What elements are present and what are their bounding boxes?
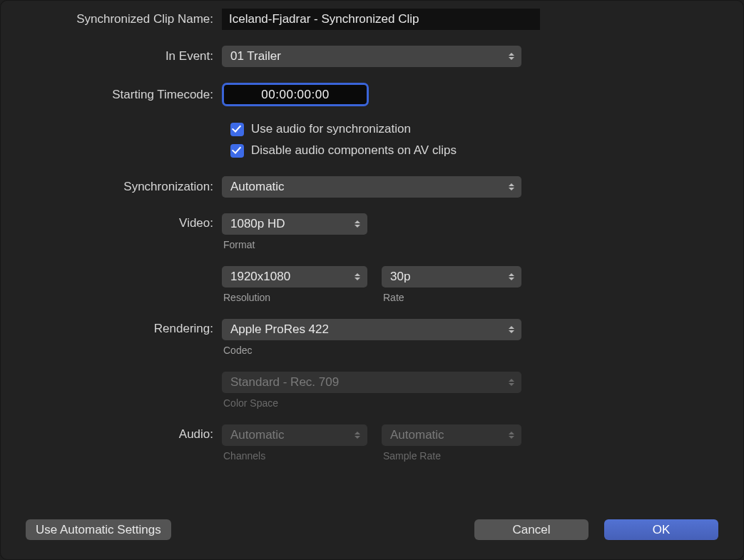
audio-samplerate-sublabel: Sample Rate (383, 450, 521, 462)
colorspace-value: Standard - Rec. 709 (230, 375, 339, 390)
codec-sublabel: Codec (223, 345, 521, 356)
video-label: Video: (0, 213, 222, 230)
audio-label: Audio: (0, 424, 222, 442)
timecode-field[interactable]: 00:00:00:00 (222, 83, 369, 106)
stepper-icon (507, 271, 516, 282)
video-format-select[interactable]: 1080p HD (222, 213, 367, 235)
sync-label: Synchronization: (0, 180, 222, 194)
stepper-icon (507, 324, 516, 335)
codec-select[interactable]: Apple ProRes 422 (222, 319, 521, 340)
stepper-icon (507, 429, 516, 441)
disable-av-label: Disable audio components on AV clips (251, 143, 457, 158)
stepper-icon (353, 429, 362, 441)
ok-button[interactable]: OK (604, 519, 718, 540)
synchronize-clips-dialog: Synchronized Clip Name: In Event: 01 Tra… (0, 0, 744, 560)
codec-value: Apple ProRes 422 (230, 322, 329, 337)
use-audio-label: Use audio for synchronization (251, 122, 411, 136)
sync-value: Automatic (230, 180, 285, 194)
clip-name-label: Synchronized Clip Name: (0, 12, 222, 26)
in-event-value: 01 Trailer (230, 49, 281, 63)
video-resolution-select[interactable]: 1920x1080 (222, 266, 367, 287)
video-resolution-value: 1920x1080 (230, 270, 290, 284)
stepper-icon (507, 181, 516, 193)
audio-channels-select: Automatic (222, 424, 367, 446)
video-format-sublabel: Format (223, 239, 367, 250)
audio-channels-sublabel: Channels (223, 450, 367, 462)
timecode-label: Starting Timecode: (0, 88, 222, 102)
disable-av-checkbox[interactable] (230, 144, 244, 158)
video-rate-sublabel: Rate (383, 292, 521, 303)
audio-samplerate-value: Automatic (390, 428, 444, 442)
stepper-icon (353, 218, 362, 230)
use-audio-checkbox[interactable] (230, 123, 244, 136)
stepper-icon (507, 51, 516, 62)
clip-name-field[interactable] (222, 9, 540, 30)
use-automatic-settings-button[interactable]: Use Automatic Settings (26, 519, 171, 540)
video-rate-value: 30p (390, 270, 410, 284)
video-resolution-sublabel: Resolution (223, 292, 367, 303)
sync-select[interactable]: Automatic (222, 176, 521, 198)
cancel-button[interactable]: Cancel (474, 519, 588, 540)
colorspace-sublabel: Color Space (223, 397, 521, 409)
video-rate-select[interactable]: 30p (382, 266, 521, 287)
audio-samplerate-select: Automatic (382, 424, 521, 446)
video-format-value: 1080p HD (230, 217, 285, 231)
in-event-select[interactable]: 01 Trailer (222, 46, 521, 67)
stepper-icon (353, 271, 362, 282)
rendering-label: Rendering: (0, 319, 222, 336)
colorspace-select: Standard - Rec. 709 (222, 372, 521, 393)
audio-channels-value: Automatic (230, 428, 285, 442)
stepper-icon (507, 377, 516, 388)
in-event-label: In Event: (0, 49, 222, 63)
